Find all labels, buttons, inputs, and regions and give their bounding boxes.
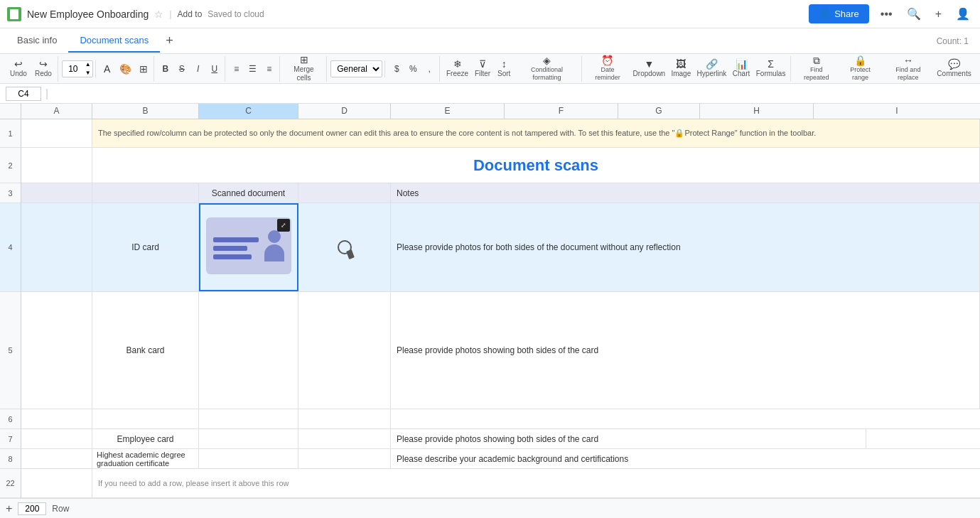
- cell-a4[interactable]: [21, 203, 92, 291]
- col-header-a[interactable]: A: [21, 104, 92, 119]
- col-header-i[interactable]: I: [814, 104, 980, 119]
- formulas-button[interactable]: Σ Formulas: [753, 56, 788, 82]
- cell-e6[interactable]: [391, 409, 980, 428]
- cell-a1[interactable]: [21, 119, 92, 147]
- add-button[interactable]: +: [932, 5, 944, 23]
- find-repeated-button[interactable]: ⧉ Find repeated: [795, 56, 839, 82]
- cell-b1-merged: Please provide photos for both sides of …: [92, 119, 980, 147]
- cell-c6[interactable]: [199, 409, 298, 428]
- col-header-h[interactable]: H: [700, 104, 814, 119]
- cell-e8-note[interactable]: Please describe your academic background…: [391, 449, 980, 468]
- row-count-input[interactable]: 200: [18, 502, 46, 515]
- cell-b8-label[interactable]: Highest academic degree graduation certi…: [92, 449, 199, 468]
- cell-c3-header[interactable]: Scanned document: [199, 183, 298, 203]
- account-button[interactable]: 👤: [953, 4, 973, 23]
- col-header-g[interactable]: G: [618, 104, 700, 119]
- cell-a6[interactable]: [21, 409, 92, 428]
- align-left-button[interactable]: ≡: [229, 56, 244, 82]
- cell-a7[interactable]: [21, 429, 92, 448]
- col-header-c[interactable]: C: [199, 104, 298, 119]
- formula-input[interactable]: [53, 89, 974, 99]
- col-header-f[interactable]: F: [505, 104, 618, 119]
- image-button[interactable]: 🖼 Image: [668, 56, 694, 82]
- cursor-tail: [346, 249, 355, 259]
- more-options-button[interactable]: •••: [878, 5, 895, 23]
- search-button[interactable]: 🔍: [904, 4, 924, 23]
- cell-c8[interactable]: [199, 449, 298, 468]
- conditional-formatting-button[interactable]: ◈ Conditional formatting: [515, 56, 578, 82]
- col-header-d[interactable]: D: [298, 104, 391, 119]
- cell-a3[interactable]: [21, 183, 92, 203]
- cell-b22-hint: If you need to add a row, please insert …: [92, 469, 980, 497]
- comma-button[interactable]: ,: [421, 56, 437, 82]
- cell-a2[interactable]: [21, 148, 92, 183]
- col-header-b[interactable]: B: [92, 104, 199, 119]
- filter-button[interactable]: ⊽ Filter: [472, 56, 493, 82]
- add-to-button[interactable]: Add to: [178, 9, 203, 19]
- share-button[interactable]: 👤 Share: [809, 4, 869, 23]
- toolbar: ↩Undo ↪Redo 10 ▲ ▼ A 🎨 ⊞ B S I U: [0, 54, 980, 84]
- find-repeated-icon: ⧉: [813, 55, 820, 65]
- cell-d5[interactable]: [298, 292, 391, 409]
- toolbar-font-family: General: [328, 60, 385, 77]
- cell-d7[interactable]: [298, 429, 391, 448]
- bold-button[interactable]: B: [158, 56, 173, 82]
- italic-button[interactable]: I: [190, 56, 206, 82]
- add-row-button[interactable]: +: [6, 502, 12, 515]
- cell-d8[interactable]: [298, 449, 391, 468]
- cell-f7[interactable]: [866, 429, 980, 448]
- cell-a22[interactable]: [21, 469, 92, 497]
- font-size-control[interactable]: 10 ▲ ▼: [62, 60, 93, 77]
- table-format-button[interactable]: ⊞: [136, 56, 151, 82]
- cell-c4-selected[interactable]: ⤢: [199, 203, 298, 291]
- cell-e3-header[interactable]: Notes: [391, 183, 980, 203]
- font-size-down[interactable]: ▼: [84, 69, 92, 77]
- cell-b7-label[interactable]: Employee card: [92, 429, 199, 448]
- cell-b5-label[interactable]: Bank card: [92, 292, 199, 409]
- font-size-up[interactable]: ▲: [84, 60, 92, 69]
- align-right-button[interactable]: ≡: [262, 56, 277, 82]
- text-color-button[interactable]: A: [99, 56, 115, 82]
- merge-cells-button[interactable]: ⊞ Merge cells: [284, 56, 325, 82]
- comments-button[interactable]: 💬 Comments: [935, 56, 974, 82]
- percent-button[interactable]: %: [405, 56, 421, 82]
- fill-color-button[interactable]: 🎨: [116, 56, 135, 82]
- sort-button[interactable]: ↕ Sort: [494, 56, 514, 82]
- row-8: Highest academic degree graduation certi…: [21, 449, 980, 469]
- font-family-select[interactable]: General: [330, 60, 382, 77]
- cell-b3[interactable]: [92, 183, 199, 203]
- star-icon: ☆: [154, 9, 163, 20]
- cell-e4-note[interactable]: Please provide photos for both sides of …: [391, 203, 980, 291]
- freeze-button[interactable]: ❄ Freeze: [443, 56, 471, 82]
- redo-button[interactable]: ↪Redo: [31, 56, 55, 82]
- cell-c5[interactable]: [199, 292, 298, 409]
- cell-c7[interactable]: [199, 429, 298, 448]
- cell-e7-note[interactable]: Please provide photos showing both sides…: [391, 429, 866, 448]
- cell-d3[interactable]: [298, 183, 391, 203]
- find-replace-button[interactable]: ↔ Find and replace: [883, 56, 934, 82]
- tab-document-scans[interactable]: Document scans: [68, 29, 160, 53]
- cell-b4-label[interactable]: ID card: [92, 203, 199, 291]
- cell-a5[interactable]: [21, 292, 92, 409]
- currency-button[interactable]: $: [389, 56, 404, 82]
- cell-b6[interactable]: [92, 409, 199, 428]
- underline-button[interactable]: U: [207, 56, 222, 82]
- font-size-input[interactable]: 10: [63, 64, 84, 74]
- cell-a8[interactable]: [21, 449, 92, 468]
- cell-reference[interactable]: C4: [6, 87, 41, 101]
- dropdown-button[interactable]: ▼ Dropdown: [630, 56, 667, 82]
- cell-e5-note[interactable]: Please provide photos showing both sides…: [391, 292, 980, 409]
- align-center-button[interactable]: ☰: [245, 56, 261, 82]
- strikethrough-button[interactable]: S: [174, 56, 190, 82]
- protect-range-button[interactable]: 🔒 Protect range: [839, 56, 882, 82]
- hyperlink-button[interactable]: 🔗 Hyperlink: [694, 56, 729, 82]
- tab-basic-info[interactable]: Basic info: [6, 29, 68, 53]
- cell-d6[interactable]: [298, 409, 391, 428]
- date-reminder-button[interactable]: ⏰ Date reminder: [586, 56, 630, 82]
- col-header-e[interactable]: E: [391, 104, 505, 119]
- chart-button[interactable]: 📊 Chart: [730, 56, 753, 82]
- tab-add-button[interactable]: +: [160, 31, 179, 51]
- cell-d4[interactable]: [298, 203, 391, 291]
- undo-button[interactable]: ↩Undo: [6, 56, 31, 82]
- cell-title[interactable]: Document scans: [92, 148, 980, 183]
